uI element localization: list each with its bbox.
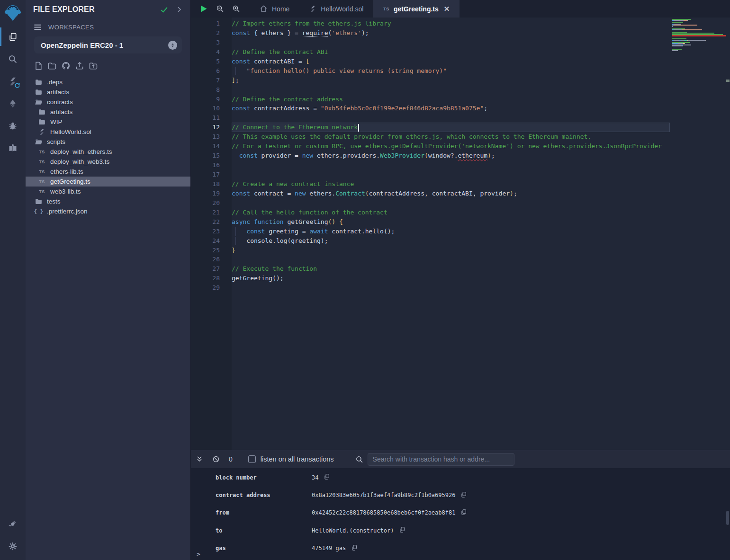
copy-icon[interactable] xyxy=(460,509,467,517)
zoom-in-icon[interactable] xyxy=(232,5,240,13)
code-line[interactable]: const greeting = await contract.hello(); xyxy=(232,227,670,236)
zoom-out-icon[interactable] xyxy=(216,5,224,13)
code-token: } xyxy=(232,247,235,254)
code-line[interactable] xyxy=(232,198,670,208)
code-line[interactable]: async function getGreeting() { xyxy=(232,217,670,227)
explorer-header: FILE EXPLORER xyxy=(26,0,190,19)
code-line[interactable]: const { ethers } = require('ethers'); xyxy=(232,28,670,38)
activity-item-settings[interactable] xyxy=(0,535,26,557)
activity-item-learneth[interactable] xyxy=(0,137,26,159)
new-folder-button[interactable] xyxy=(47,61,57,72)
code-line[interactable]: // This example uses the default provide… xyxy=(232,132,670,142)
code-line[interactable]: const provider = new ethers.providers.We… xyxy=(232,151,670,160)
line-number: 12 xyxy=(191,123,220,132)
code-line[interactable]: const contractAddress = "0xb54febb5c0c0f… xyxy=(232,104,670,113)
code-line[interactable]: } xyxy=(232,246,670,255)
folder-icon xyxy=(35,88,43,96)
code-line[interactable]: // Connect to the Ethereum network xyxy=(232,123,670,132)
clear-console-icon[interactable] xyxy=(212,455,220,463)
activity-item-solidity-compiler[interactable] xyxy=(0,70,26,92)
activity-item-plugin-manager[interactable] xyxy=(0,513,26,535)
code-token: contractAddress = xyxy=(250,105,321,112)
code-line[interactable]: ]; xyxy=(232,76,670,85)
tree-item-tests[interactable]: tests xyxy=(26,196,190,206)
tab-home[interactable]: Home xyxy=(250,0,299,18)
code-line[interactable]: // Create a new contract instance xyxy=(232,179,670,189)
line-number: 20 xyxy=(191,198,220,208)
tree-item-prettierrc-json[interactable]: { }.prettierrc.json xyxy=(26,206,190,216)
transaction-detail-value: HelloWorld.(constructor) xyxy=(312,526,406,534)
line-number: 5 xyxy=(191,57,220,66)
tree-item-scripts[interactable]: scripts xyxy=(26,137,190,147)
code-line[interactable]: getGreeting(); xyxy=(232,274,670,283)
file-tree: .depsartifactscontractsartifactsWIPHello… xyxy=(26,76,190,560)
code-editor[interactable]: 1234567891011121314151617181920212223242… xyxy=(191,18,730,450)
copy-icon[interactable] xyxy=(460,491,467,499)
transaction-search-input[interactable] xyxy=(368,453,514,466)
tab-helloworld-sol[interactable]: HelloWorld.sol xyxy=(299,0,373,18)
collapse-terminal-icon[interactable] xyxy=(196,455,203,463)
tree-item-web3-lib-ts[interactable]: TSweb3-lib.ts xyxy=(26,187,190,196)
tree-item-contracts[interactable]: contracts xyxy=(26,97,190,107)
copy-icon[interactable] xyxy=(399,526,406,534)
code-line[interactable]: const contractABI = [ xyxy=(232,57,670,66)
code-line[interactable]: // Execute the function xyxy=(232,264,670,274)
activity-bottom-items xyxy=(0,513,26,560)
tree-item-artifacts[interactable]: artifacts xyxy=(26,107,190,117)
code-token: console.log(greeting); xyxy=(232,237,328,244)
copy-icon[interactable] xyxy=(351,544,358,552)
close-icon[interactable]: ✕ xyxy=(444,5,450,12)
activity-item-deploy-run[interactable] xyxy=(0,92,26,115)
tree-item-getgreeting-ts[interactable]: TSgetGreeting.ts xyxy=(26,177,190,187)
activity-item-file-explorer[interactable] xyxy=(0,26,26,48)
code-line[interactable]: // Call the hello function of the contra… xyxy=(232,208,670,217)
transaction-detail-label: gas xyxy=(216,545,312,551)
code-line[interactable]: "function hello() public view returns (s… xyxy=(232,66,670,76)
tree-item-label: WIP xyxy=(50,118,63,125)
code-line[interactable] xyxy=(232,85,670,95)
chevron-right-icon[interactable] xyxy=(175,6,183,13)
tabs: HomeHelloWorld.solTSgetGreeting.ts✕ xyxy=(250,0,460,18)
listen-transactions-checkbox[interactable] xyxy=(248,455,256,463)
activity-item-search[interactable] xyxy=(0,48,26,70)
tree-item-ethers-lib-ts[interactable]: TSethers-lib.ts xyxy=(26,167,190,177)
github-button[interactable] xyxy=(61,61,71,72)
upload-file-button[interactable] xyxy=(75,61,84,72)
minimap[interactable] xyxy=(672,18,726,53)
workspace-select[interactable]: OpenZeppelin ERC20 - 1 xyxy=(34,36,182,53)
code-line[interactable]: // Define the contract ABI xyxy=(232,47,670,57)
tree-item-wip[interactable]: WIP xyxy=(26,117,190,127)
terminal-panel: 0 listen on all transactions block numbe… xyxy=(191,450,730,560)
ts-icon: TS xyxy=(38,160,46,164)
code-line[interactable] xyxy=(232,255,670,264)
code-line[interactable]: console.log(greeting); xyxy=(232,236,670,246)
code-line[interactable]: // Define the contract address xyxy=(232,95,670,104)
tab-getgreeting-ts[interactable]: TSgetGreeting.ts✕ xyxy=(373,0,460,18)
code-line[interactable] xyxy=(232,38,670,47)
overview-ruler[interactable] xyxy=(726,18,730,450)
hamburger-menu-icon[interactable] xyxy=(33,23,42,32)
code-token: const xyxy=(232,190,250,197)
code-line[interactable] xyxy=(232,170,670,179)
code-content[interactable]: // Import ethers from the ethers.js libr… xyxy=(232,18,670,450)
upload-folder-button[interactable] xyxy=(89,61,98,72)
new-file-icon xyxy=(34,61,43,71)
tree-item-deploy-with-web3-ts[interactable]: TSdeploy_with_web3.ts xyxy=(26,157,190,167)
run-script-button[interactable] xyxy=(199,4,208,13)
tree-item-artifacts[interactable]: artifacts xyxy=(26,87,190,97)
activity-item-debugger[interactable] xyxy=(0,115,26,137)
terminal-scrollbar[interactable] xyxy=(726,511,729,525)
code-line[interactable]: // Import ethers from the ethers.js libr… xyxy=(232,19,670,28)
code-token: () xyxy=(328,218,336,225)
tree-item-deploy-with-ethers-ts[interactable]: TSdeploy_with_ethers.ts xyxy=(26,147,190,157)
code-line[interactable] xyxy=(232,283,670,293)
code-line[interactable]: const contract = new ethers.Contract(con… xyxy=(232,189,670,198)
code-line[interactable] xyxy=(232,160,670,170)
copy-icon[interactable] xyxy=(324,473,330,481)
code-token: provider = xyxy=(258,152,302,159)
code-line[interactable]: // For a testnet or custom RPC, use ethe… xyxy=(232,142,670,151)
code-line[interactable] xyxy=(232,113,670,123)
new-file-button[interactable] xyxy=(34,61,43,72)
tree-item-helloworld-sol[interactable]: HelloWorld.sol xyxy=(26,127,190,137)
tree-item-deps[interactable]: .deps xyxy=(26,77,190,87)
